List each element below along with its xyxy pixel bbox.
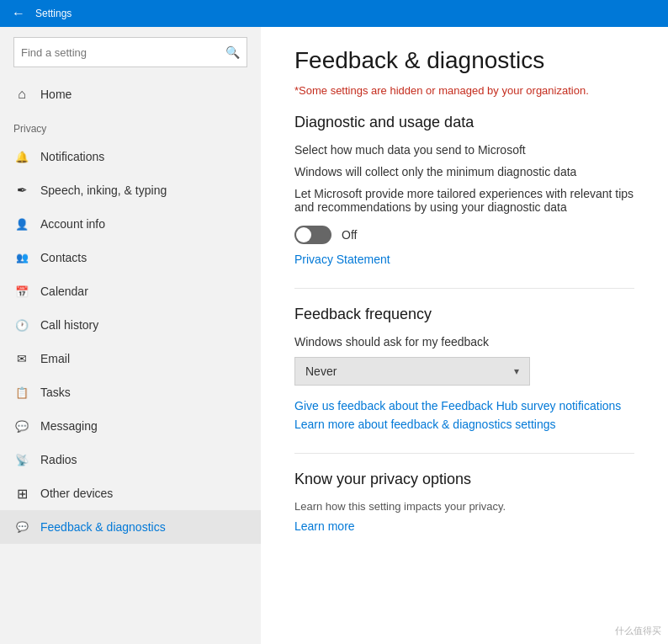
sidebar-item-home[interactable]: ⌂ Home	[0, 77, 261, 111]
tasks-icon	[13, 384, 30, 401]
content-area: Feedback & diagnostics *Some settings ar…	[261, 27, 668, 644]
clock-icon	[13, 317, 30, 333]
learn-more-link[interactable]: Learn more	[294, 519, 355, 533]
search-box-container: 🔍	[0, 27, 261, 77]
feedback-frequency-dropdown-container: Never ▾	[294, 357, 634, 386]
learn-more-diagnostics-link[interactable]: Learn more about feedback & diagnostics …	[294, 418, 556, 431]
main-layout: 🔍 ⌂ Home Privacy Notifications Speech, i…	[0, 27, 668, 644]
feedback-hub-link[interactable]: Give us feedback about the Feedback Hub …	[294, 399, 621, 412]
messaging-icon	[13, 418, 30, 434]
sidebar-item-calendar[interactable]: Calendar	[0, 274, 261, 308]
privacy-description: Learn how this setting impacts your priv…	[294, 500, 634, 513]
back-icon: ←	[12, 6, 25, 21]
feedback-icon	[13, 519, 30, 535]
nav-label-tasks: Tasks	[40, 386, 71, 399]
page-title: Feedback & diagnostics	[294, 47, 634, 74]
section-label-privacy: Privacy	[0, 111, 261, 140]
nav-label-otherdevices: Other devices	[40, 487, 113, 500]
section-divider-2	[294, 453, 634, 454]
org-notice: *Some settings are hidden or managed by …	[294, 84, 634, 97]
diagnostic-section-title: Diagnostic and usage data	[294, 114, 634, 131]
select-data-label: Select how much data you send to Microso…	[294, 143, 634, 157]
privacy-options-section: Know your privacy options Learn how this…	[294, 471, 634, 538]
collect-label: Windows will collect only the minimum di…	[294, 165, 634, 178]
nav-label-contacts: Contacts	[40, 251, 87, 264]
bell-icon	[13, 148, 30, 165]
search-input[interactable]	[21, 46, 225, 59]
home-icon: ⌂	[13, 86, 30, 103]
tailored-toggle[interactable]	[294, 226, 331, 244]
nav-label-feedback: Feedback & diagnostics	[40, 520, 166, 534]
nav-label-callhistory: Call history	[40, 318, 98, 332]
nav-label-calendar: Calendar	[40, 285, 88, 298]
sidebar: 🔍 ⌂ Home Privacy Notifications Speech, i…	[0, 27, 261, 644]
microsoft-label: Let Microsoft provide more tailored expe…	[294, 187, 634, 214]
search-icon: 🔍	[225, 45, 240, 59]
feedback-frequency-dropdown[interactable]: Never ▾	[294, 357, 530, 386]
privacy-options-title: Know your privacy options	[294, 471, 634, 488]
pen-icon	[13, 182, 30, 199]
contacts-icon	[13, 249, 30, 266]
back-button[interactable]: ←	[7, 2, 30, 25]
sidebar-item-tasks[interactable]: Tasks	[0, 375, 261, 409]
sidebar-item-callhistory[interactable]: Call history	[0, 308, 261, 342]
title-bar: ← Settings	[0, 0, 668, 27]
sidebar-item-radios[interactable]: Radios	[0, 443, 261, 476]
sidebar-item-speech[interactable]: Speech, inking, & typing	[0, 173, 261, 207]
feedback-section-title: Feedback frequency	[294, 306, 634, 323]
nav-label-email: Email	[40, 352, 70, 365]
person-icon	[13, 216, 30, 232]
radios-icon	[13, 451, 30, 468]
sidebar-item-notifications[interactable]: Notifications	[0, 140, 261, 173]
toggle-label: Off	[342, 228, 357, 242]
ask-label: Windows should ask for my feedback	[294, 335, 634, 349]
section-divider-1	[294, 288, 634, 289]
sidebar-item-feedback[interactable]: Feedback & diagnostics	[0, 510, 261, 544]
nav-label-notifications: Notifications	[40, 150, 104, 163]
nav-label-speech: Speech, inking, & typing	[40, 184, 167, 197]
sidebar-item-messaging[interactable]: Messaging	[0, 409, 261, 443]
nav-label-messaging: Messaging	[40, 419, 98, 433]
sidebar-item-otherdevices[interactable]: Other devices	[0, 476, 261, 510]
nav-label-account: Account info	[40, 217, 105, 231]
calendar-icon	[13, 283, 30, 300]
devices-icon	[13, 485, 30, 502]
search-box[interactable]: 🔍	[13, 37, 247, 67]
title-bar-title: Settings	[35, 8, 72, 19]
toggle-thumb	[296, 227, 311, 242]
sidebar-item-email[interactable]: Email	[0, 342, 261, 375]
sidebar-item-account[interactable]: Account info	[0, 207, 261, 241]
sidebar-item-contacts[interactable]: Contacts	[0, 241, 261, 274]
chevron-down-icon: ▾	[514, 365, 519, 377]
toggle-row: Off	[294, 226, 634, 244]
dropdown-value: Never	[305, 365, 337, 378]
nav-label-radios: Radios	[40, 453, 77, 466]
privacy-statement-link[interactable]: Privacy Statement	[294, 253, 390, 266]
home-label: Home	[40, 88, 72, 101]
email-icon	[13, 350, 30, 367]
